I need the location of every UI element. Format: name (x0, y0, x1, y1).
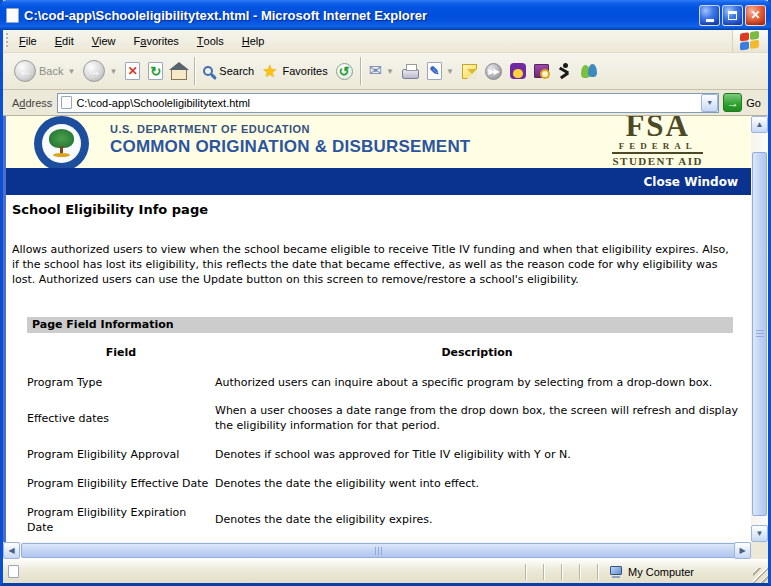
yahoo-messenger-icon (510, 63, 526, 79)
back-button[interactable]: ← Back ▼ (10, 58, 79, 84)
history-button[interactable]: ↺ (332, 61, 357, 82)
flag-red (740, 32, 749, 41)
flag-green (750, 30, 759, 39)
address-value: C:\cod-app\Schooleligibilitytext.html (76, 97, 697, 109)
page-nav-bar: Close Window (6, 168, 751, 195)
forward-button[interactable]: → ▼ (79, 58, 121, 84)
cod-header-banner: U.S. DEPARTMENT OF EDUCATION COMMON ORIG… (6, 116, 751, 168)
table-row-field: Program Eligibility Approval (27, 448, 215, 463)
search-label: Search (219, 65, 254, 77)
aim-running-man-icon (557, 63, 572, 80)
go-button[interactable]: → Go (719, 92, 766, 113)
fsa-federal-text: FEDERAL (612, 141, 703, 154)
address-page-icon (61, 96, 72, 109)
scroll-right-button[interactable]: ▶ (734, 542, 751, 559)
mail-icon: ✉ (369, 63, 382, 79)
close-button[interactable]: ✕ (745, 5, 766, 26)
application-name: COMMON ORIGINATION & DISBURSEMENT (110, 137, 470, 157)
research-book-icon (534, 64, 549, 78)
menu-file[interactable]: File (10, 30, 46, 52)
stop-button[interactable]: ✕ (121, 60, 144, 82)
vertical-scrollbar[interactable]: ▲ ▼ (751, 116, 768, 542)
discuss-button[interactable]: ▶▶ (481, 61, 506, 82)
window-title: C:\cod-app\Schooleligibilitytext.html - … (24, 8, 697, 23)
dept-of-education-seal (34, 116, 89, 168)
table-row-field: Program Eligibility Effective Date (27, 477, 215, 492)
status-pane-separator (561, 564, 563, 580)
address-dropdown-button[interactable]: ▼ (701, 94, 718, 112)
status-pane-separator (579, 564, 581, 580)
forward-dropdown-icon[interactable]: ▼ (109, 67, 117, 76)
horizontal-scrollbar[interactable]: ◀ ▶ (3, 542, 768, 559)
go-arrow-icon: → (723, 93, 742, 112)
notes-button[interactable] (458, 62, 481, 81)
menubar-grip[interactable] (5, 33, 8, 49)
favorites-star-icon: ★ (262, 63, 277, 80)
maximize-button[interactable] (722, 5, 743, 26)
table-row-field: Effective dates (27, 412, 215, 427)
printer-icon (402, 69, 419, 79)
scroll-down-button[interactable]: ▼ (751, 525, 768, 542)
minimize-button[interactable] (699, 5, 720, 26)
maximize-icon (728, 11, 737, 20)
home-button[interactable] (167, 61, 191, 82)
menu-tools[interactable]: Tools (188, 30, 233, 52)
close-window-link[interactable]: Close Window (644, 175, 738, 189)
search-button[interactable]: Search (199, 63, 258, 79)
table-row-description: Denotes if school was approved for Title… (215, 448, 739, 463)
favorites-label: Favorites (282, 65, 327, 77)
windows-messenger-icon (580, 63, 599, 79)
edit-button[interactable]: ✎ ▼ (423, 60, 458, 82)
home-icon (171, 69, 187, 80)
toolbar-separator (360, 57, 362, 85)
scroll-up-button[interactable]: ▲ (751, 116, 768, 133)
aim-button[interactable] (553, 61, 576, 82)
yahoo-messenger-button[interactable] (506, 61, 530, 81)
favorites-button[interactable]: ★ Favorites (258, 61, 332, 82)
menu-help[interactable]: Help (233, 30, 274, 52)
mail-dropdown-icon[interactable]: ▼ (386, 67, 394, 76)
search-icon (203, 66, 213, 76)
status-main-pane (8, 565, 509, 578)
ie-page-icon (6, 8, 19, 23)
column-header-description: Description (215, 346, 739, 359)
vertical-scroll-thumb[interactable] (752, 152, 767, 516)
menu-edit[interactable]: Edit (46, 30, 83, 52)
refresh-button[interactable]: ↻ (144, 60, 167, 82)
scrollbar-corner (751, 542, 768, 559)
horizontal-scroll-thumb[interactable] (21, 543, 738, 558)
menu-favorites[interactable]: Favorites (125, 30, 188, 52)
window-resize-grip[interactable] (753, 568, 768, 583)
table-row-description: Denotes the date the eligibility went in… (215, 477, 739, 492)
security-zone-pane: My Computer (599, 566, 751, 578)
flag-yellow (750, 39, 759, 48)
back-dropdown-icon[interactable]: ▼ (67, 67, 75, 76)
page-intro-text: Allows authorized users to view when the… (12, 243, 738, 288)
print-button[interactable] (398, 61, 423, 81)
mail-button[interactable]: ✉ ▼ (365, 61, 398, 81)
web-page: U.S. DEPARTMENT OF EDUCATION COMMON ORIG… (3, 116, 751, 542)
fields-table: Field Description Program Type Authorize… (27, 346, 741, 536)
menu-bar: File Edit View Favorites Tools Help (3, 30, 768, 53)
research-button[interactable] (530, 62, 553, 80)
address-input[interactable]: C:\cod-app\Schooleligibilitytext.html ▼ (57, 93, 719, 113)
status-pane-separator (543, 564, 545, 580)
status-pane-separator (525, 564, 527, 580)
fsa-student-aid-text: STUDENT AID (612, 155, 703, 167)
fsa-acronym: FSA (612, 116, 703, 141)
ie-window: C:\cod-app\Schooleligibilitytext.html - … (0, 0, 771, 586)
scroll-left-button[interactable]: ◀ (3, 542, 20, 559)
table-row-description: When a user chooses a date range from th… (215, 404, 739, 434)
messenger-button[interactable] (576, 61, 603, 81)
column-header-field: Field (27, 346, 215, 359)
agency-name: U.S. DEPARTMENT OF EDUCATION (110, 123, 470, 135)
window-titlebar[interactable]: C:\cod-app\Schooleligibilitytext.html - … (0, 0, 771, 30)
edit-dropdown-icon[interactable]: ▼ (446, 67, 454, 76)
refresh-icon: ↻ (148, 62, 163, 80)
discuss-icon: ▶▶ (485, 63, 502, 80)
close-icon: ✕ (750, 8, 760, 22)
page-content: School Eligibility Info page Allows auth… (6, 195, 751, 535)
table-row-description: Denotes the date the eligibility expires… (215, 513, 739, 528)
menu-view[interactable]: View (83, 30, 125, 52)
standard-buttons-toolbar: ← Back ▼ → ▼ ✕ ↻ Search ★ Favorites ↺ ✉ … (3, 53, 768, 90)
